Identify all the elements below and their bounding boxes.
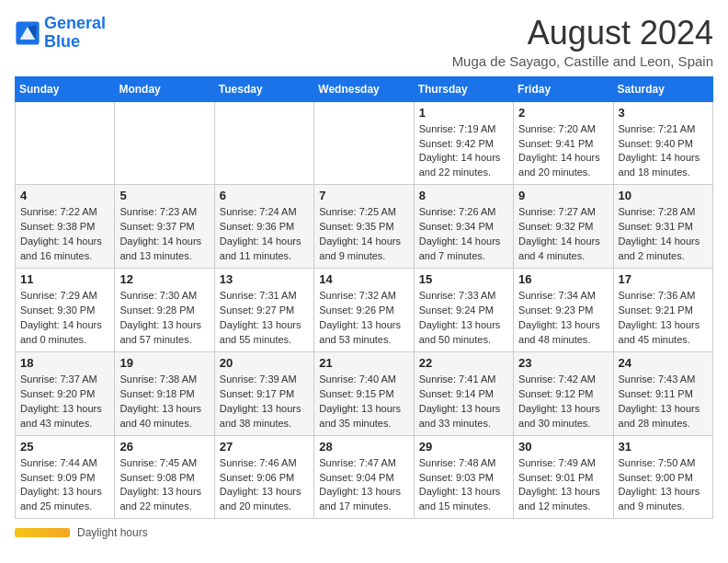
day-info: Sunrise: 7:48 AMSunset: 9:03 PMDaylight:… <box>419 456 508 515</box>
day-number: 26 <box>119 440 209 454</box>
day-cell: 30Sunrise: 7:49 AMSunset: 9:01 PMDayligh… <box>514 435 613 519</box>
day-cell: 10Sunrise: 7:28 AMSunset: 9:31 PMDayligh… <box>613 185 712 269</box>
day-cell: 29Sunrise: 7:48 AMSunset: 9:03 PMDayligh… <box>414 435 513 519</box>
day-cell: 4Sunrise: 7:22 AMSunset: 9:38 PMDaylight… <box>16 185 115 269</box>
day-info: Sunrise: 7:46 AMSunset: 9:06 PMDaylight:… <box>220 456 309 515</box>
day-info: Sunrise: 7:27 AMSunset: 9:32 PMDaylight:… <box>518 205 608 264</box>
day-number: 21 <box>319 356 408 370</box>
page-container: General Blue August 2024 Muga de Sayago,… <box>15 15 713 539</box>
day-info: Sunrise: 7:21 AMSunset: 9:40 PMDaylight:… <box>619 122 708 181</box>
day-info: Sunrise: 7:31 AMSunset: 9:27 PMDaylight:… <box>220 289 309 348</box>
week-row-5: 25Sunrise: 7:44 AMSunset: 9:09 PMDayligh… <box>16 435 713 519</box>
day-info: Sunrise: 7:41 AMSunset: 9:14 PMDaylight:… <box>419 373 508 431</box>
day-cell: 17Sunrise: 7:36 AMSunset: 9:21 PMDayligh… <box>613 269 712 352</box>
day-cell: 18Sunrise: 7:37 AMSunset: 9:20 PMDayligh… <box>16 351 115 435</box>
day-number: 29 <box>419 440 508 454</box>
week-row-3: 11Sunrise: 7:29 AMSunset: 9:30 PMDayligh… <box>16 269 713 352</box>
day-number: 15 <box>419 272 508 286</box>
day-number: 14 <box>319 272 408 286</box>
day-cell: 28Sunrise: 7:47 AMSunset: 9:04 PMDayligh… <box>314 435 414 519</box>
day-cell: 24Sunrise: 7:43 AMSunset: 9:11 PMDayligh… <box>613 351 712 435</box>
day-info: Sunrise: 7:24 AMSunset: 9:36 PMDaylight:… <box>220 205 309 264</box>
week-row-1: 1Sunrise: 7:19 AMSunset: 9:42 PMDaylight… <box>16 101 713 185</box>
week-row-4: 18Sunrise: 7:37 AMSunset: 9:20 PMDayligh… <box>16 351 713 435</box>
day-cell: 14Sunrise: 7:32 AMSunset: 9:26 PMDayligh… <box>314 269 414 352</box>
day-number: 10 <box>619 189 708 202</box>
day-info: Sunrise: 7:40 AMSunset: 9:15 PMDaylight:… <box>319 373 408 431</box>
day-number: 3 <box>619 106 708 120</box>
day-cell <box>115 101 214 185</box>
location-title: Muga de Sayago, Castille and Leon, Spain <box>452 53 713 69</box>
day-cell: 16Sunrise: 7:34 AMSunset: 9:23 PMDayligh… <box>514 269 613 352</box>
day-number: 2 <box>518 106 608 120</box>
day-info: Sunrise: 7:43 AMSunset: 9:11 PMDaylight:… <box>619 373 708 431</box>
day-info: Sunrise: 7:28 AMSunset: 9:31 PMDaylight:… <box>619 205 708 264</box>
day-info: Sunrise: 7:50 AMSunset: 9:00 PMDaylight:… <box>619 456 708 515</box>
day-cell: 13Sunrise: 7:31 AMSunset: 9:27 PMDayligh… <box>214 269 313 352</box>
logo: General Blue <box>15 15 106 52</box>
day-info: Sunrise: 7:37 AMSunset: 9:20 PMDaylight:… <box>20 373 109 431</box>
day-number: 19 <box>119 356 209 370</box>
col-header-wednesday: Wednesday <box>314 76 414 101</box>
day-info: Sunrise: 7:45 AMSunset: 9:08 PMDaylight:… <box>119 456 209 515</box>
day-cell: 12Sunrise: 7:30 AMSunset: 9:28 PMDayligh… <box>115 269 214 352</box>
day-info: Sunrise: 7:23 AMSunset: 9:37 PMDaylight:… <box>119 205 209 264</box>
day-cell: 25Sunrise: 7:44 AMSunset: 9:09 PMDayligh… <box>16 435 115 519</box>
day-info: Sunrise: 7:22 AMSunset: 9:38 PMDaylight:… <box>20 205 109 264</box>
day-number: 18 <box>20 356 109 370</box>
day-cell: 9Sunrise: 7:27 AMSunset: 9:32 PMDaylight… <box>514 185 613 269</box>
day-cell: 8Sunrise: 7:26 AMSunset: 9:34 PMDaylight… <box>414 185 513 269</box>
day-info: Sunrise: 7:33 AMSunset: 9:24 PMDaylight:… <box>419 289 508 348</box>
day-cell: 22Sunrise: 7:41 AMSunset: 9:14 PMDayligh… <box>414 351 513 435</box>
title-area: August 2024 Muga de Sayago, Castille and… <box>452 15 713 69</box>
col-header-tuesday: Tuesday <box>214 76 313 101</box>
day-cell: 3Sunrise: 7:21 AMSunset: 9:40 PMDaylight… <box>613 101 712 185</box>
day-info: Sunrise: 7:34 AMSunset: 9:23 PMDaylight:… <box>518 289 608 348</box>
day-number: 17 <box>619 272 708 286</box>
day-cell: 26Sunrise: 7:45 AMSunset: 9:08 PMDayligh… <box>115 435 214 519</box>
day-number: 11 <box>20 272 109 286</box>
day-number: 30 <box>518 440 608 454</box>
day-cell: 1Sunrise: 7:19 AMSunset: 9:42 PMDaylight… <box>414 101 513 185</box>
day-number: 25 <box>20 440 109 454</box>
day-info: Sunrise: 7:20 AMSunset: 9:41 PMDaylight:… <box>518 122 608 181</box>
week-row-2: 4Sunrise: 7:22 AMSunset: 9:38 PMDaylight… <box>16 185 713 269</box>
logo-icon <box>15 20 40 46</box>
day-number: 20 <box>220 356 309 370</box>
day-cell: 7Sunrise: 7:25 AMSunset: 9:35 PMDaylight… <box>314 185 414 269</box>
day-info: Sunrise: 7:49 AMSunset: 9:01 PMDaylight:… <box>518 456 608 515</box>
month-title: August 2024 <box>452 15 713 52</box>
day-number: 27 <box>220 440 309 454</box>
calendar-table: SundayMondayTuesdayWednesdayThursdayFrid… <box>15 76 713 520</box>
day-number: 9 <box>518 189 608 202</box>
day-cell: 23Sunrise: 7:42 AMSunset: 9:12 PMDayligh… <box>514 351 613 435</box>
day-info: Sunrise: 7:29 AMSunset: 9:30 PMDaylight:… <box>20 289 109 348</box>
day-number: 8 <box>419 189 508 202</box>
col-header-sunday: Sunday <box>16 76 115 101</box>
day-number: 22 <box>419 356 508 370</box>
day-number: 1 <box>419 106 508 120</box>
daylight-bar-icon <box>15 528 70 537</box>
day-info: Sunrise: 7:44 AMSunset: 9:09 PMDaylight:… <box>20 456 109 515</box>
day-cell: 15Sunrise: 7:33 AMSunset: 9:24 PMDayligh… <box>414 269 513 352</box>
day-info: Sunrise: 7:25 AMSunset: 9:35 PMDaylight:… <box>319 205 408 264</box>
day-cell <box>314 101 414 185</box>
day-info: Sunrise: 7:26 AMSunset: 9:34 PMDaylight:… <box>419 205 508 264</box>
day-cell: 5Sunrise: 7:23 AMSunset: 9:37 PMDaylight… <box>115 185 214 269</box>
day-cell: 19Sunrise: 7:38 AMSunset: 9:18 PMDayligh… <box>115 351 214 435</box>
col-header-saturday: Saturday <box>613 76 712 101</box>
day-number: 7 <box>319 189 408 202</box>
day-cell: 21Sunrise: 7:40 AMSunset: 9:15 PMDayligh… <box>314 351 414 435</box>
day-cell: 2Sunrise: 7:20 AMSunset: 9:41 PMDaylight… <box>514 101 613 185</box>
day-cell: 6Sunrise: 7:24 AMSunset: 9:36 PMDaylight… <box>214 185 313 269</box>
day-cell <box>16 101 115 185</box>
day-info: Sunrise: 7:42 AMSunset: 9:12 PMDaylight:… <box>518 373 608 431</box>
day-info: Sunrise: 7:39 AMSunset: 9:17 PMDaylight:… <box>220 373 309 431</box>
footer: Daylight hours <box>15 526 713 539</box>
day-info: Sunrise: 7:47 AMSunset: 9:04 PMDaylight:… <box>319 456 408 515</box>
day-cell: 31Sunrise: 7:50 AMSunset: 9:00 PMDayligh… <box>613 435 712 519</box>
day-info: Sunrise: 7:36 AMSunset: 9:21 PMDaylight:… <box>619 289 708 348</box>
header: General Blue August 2024 Muga de Sayago,… <box>15 15 713 69</box>
col-header-friday: Friday <box>514 76 613 101</box>
day-cell: 20Sunrise: 7:39 AMSunset: 9:17 PMDayligh… <box>214 351 313 435</box>
